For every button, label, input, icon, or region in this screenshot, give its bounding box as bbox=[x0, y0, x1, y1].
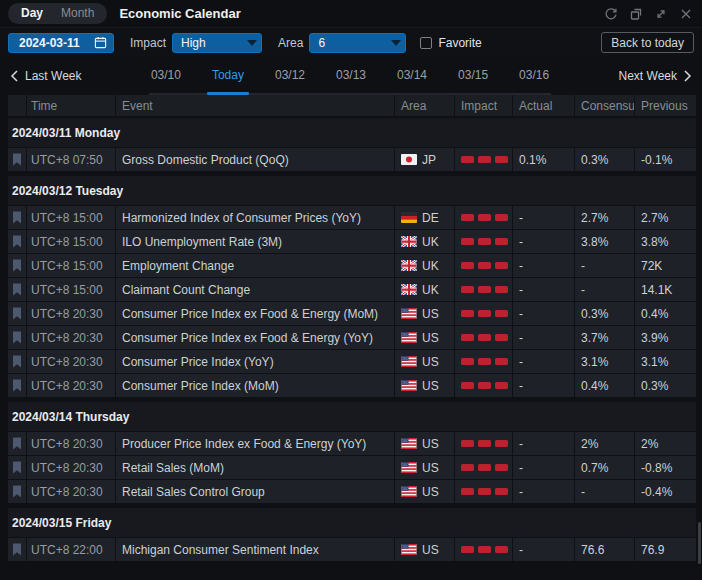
refresh-icon[interactable] bbox=[603, 6, 619, 22]
event-row[interactable]: UTC+8 20:30Retail Sales (MoM)US-0.7%-0.8… bbox=[8, 456, 696, 479]
week-tab-today[interactable]: Today bbox=[210, 57, 246, 93]
event-actual: - bbox=[513, 480, 574, 503]
week-tab-03-16[interactable]: 03/16 bbox=[517, 57, 551, 93]
impact-bar-icon bbox=[495, 440, 508, 447]
impact-bar-icon bbox=[461, 488, 474, 495]
week-tabs: 03/10Today03/1203/1303/1403/1503/16 bbox=[149, 57, 551, 95]
impact-bar-icon bbox=[478, 464, 491, 471]
event-area: JP bbox=[395, 148, 454, 171]
week-tab-03-10[interactable]: 03/10 bbox=[149, 57, 183, 93]
impact-bar-icon bbox=[461, 546, 474, 553]
col-actual: Actual bbox=[513, 95, 574, 116]
col-previous: Previous bbox=[635, 95, 696, 116]
bookmark-icon[interactable] bbox=[8, 326, 26, 349]
event-row[interactable]: UTC+8 07:50Gross Domestic Product (QoQ)J… bbox=[8, 148, 696, 171]
bookmark-icon[interactable] bbox=[8, 206, 26, 229]
event-row[interactable]: UTC+8 20:30Producer Price Index ex Food … bbox=[8, 432, 696, 455]
event-row[interactable]: UTC+8 22:00Michigan Consumer Sentiment I… bbox=[8, 538, 696, 561]
table-header: Time Event Area Impact Actual Consensus … bbox=[8, 95, 696, 116]
chevron-down-icon bbox=[387, 34, 405, 52]
impact-bar-icon bbox=[461, 382, 474, 389]
favorite-checkbox[interactable]: Favorite bbox=[420, 36, 481, 50]
impact-bar-icon bbox=[478, 546, 491, 553]
date-input[interactable]: 2024-03-11 bbox=[8, 33, 114, 53]
impact-bar-icon bbox=[495, 334, 508, 341]
bookmark-icon[interactable] bbox=[8, 456, 26, 479]
country-code: JP bbox=[422, 153, 436, 167]
week-tab-03-15[interactable]: 03/15 bbox=[456, 57, 490, 93]
bookmark-icon[interactable] bbox=[8, 480, 26, 503]
col-consensus: Consensus bbox=[575, 95, 634, 116]
event-area: US bbox=[395, 350, 454, 373]
bookmark-icon[interactable] bbox=[8, 374, 26, 397]
expand-icon[interactable] bbox=[653, 6, 669, 22]
filterbar: 2024-03-11 Impact High Area 6 Favorite B… bbox=[0, 28, 702, 57]
bookmark-icon[interactable] bbox=[8, 432, 26, 455]
checkbox-icon[interactable] bbox=[420, 37, 432, 49]
month-toggle[interactable]: Month bbox=[52, 3, 103, 24]
event-row[interactable]: UTC+8 20:30Consumer Price Index ex Food … bbox=[8, 302, 696, 325]
event-row[interactable]: UTC+8 15:00Claimant Count ChangeUK--14.1… bbox=[8, 278, 696, 301]
event-row[interactable]: UTC+8 15:00Employment ChangeUK--72K bbox=[8, 254, 696, 277]
bookmark-icon[interactable] bbox=[8, 230, 26, 253]
bookmark-icon[interactable] bbox=[8, 302, 26, 325]
back-to-today-button[interactable]: Back to today bbox=[601, 32, 694, 53]
impact-indicator bbox=[455, 374, 512, 397]
event-row[interactable]: UTC+8 20:30Retail Sales Control GroupUS-… bbox=[8, 480, 696, 503]
impact-bar-icon bbox=[478, 382, 491, 389]
event-row[interactable]: UTC+8 20:30Consumer Price Index (MoM)US-… bbox=[8, 374, 696, 397]
event-row[interactable]: UTC+8 15:00ILO Unemployment Rate (3M)UK-… bbox=[8, 230, 696, 253]
impact-bar-icon bbox=[495, 310, 508, 317]
popout-icon[interactable] bbox=[628, 6, 644, 22]
impact-bar-icon bbox=[478, 440, 491, 447]
bookmark-icon[interactable] bbox=[8, 278, 26, 301]
next-week-button[interactable]: Next Week bbox=[619, 57, 692, 95]
country-code: DE bbox=[422, 211, 439, 225]
bookmark-icon[interactable] bbox=[8, 254, 26, 277]
event-row[interactable]: UTC+8 20:30Consumer Price Index ex Food … bbox=[8, 326, 696, 349]
event-consensus: - bbox=[575, 278, 634, 301]
flag-uk-icon bbox=[401, 284, 417, 295]
event-time: UTC+8 07:50 bbox=[27, 148, 115, 171]
close-icon[interactable] bbox=[678, 6, 694, 22]
week-tab-03-14[interactable]: 03/14 bbox=[395, 57, 429, 93]
flag-us-icon bbox=[401, 332, 417, 343]
impact-indicator bbox=[455, 278, 512, 301]
event-area: UK bbox=[395, 278, 454, 301]
event-row[interactable]: UTC+8 20:30Consumer Price Index (YoY)US-… bbox=[8, 350, 696, 373]
day-toggle[interactable]: Day bbox=[12, 3, 52, 24]
event-area: US bbox=[395, 432, 454, 455]
area-select[interactable]: 6 bbox=[309, 33, 406, 53]
impact-bar-icon bbox=[461, 214, 474, 221]
country-code: US bbox=[422, 379, 439, 393]
event-actual: - bbox=[513, 254, 574, 277]
week-tab-03-13[interactable]: 03/13 bbox=[334, 57, 368, 93]
bookmark-icon[interactable] bbox=[8, 148, 26, 171]
event-previous: 0.4% bbox=[635, 302, 696, 325]
country-code: US bbox=[422, 485, 439, 499]
impact-indicator bbox=[455, 230, 512, 253]
last-week-button[interactable]: Last Week bbox=[10, 57, 81, 95]
event-time: UTC+8 15:00 bbox=[27, 206, 115, 229]
bookmark-icon[interactable] bbox=[8, 538, 26, 561]
calendar-icon bbox=[94, 36, 107, 49]
col-impact: Impact bbox=[455, 95, 512, 116]
impact-indicator bbox=[455, 326, 512, 349]
impact-select[interactable]: High bbox=[172, 33, 262, 53]
flag-us-icon bbox=[401, 308, 417, 319]
chevron-right-icon bbox=[683, 70, 692, 82]
event-area: US bbox=[395, 326, 454, 349]
event-name: Consumer Price Index (YoY) bbox=[116, 350, 394, 373]
week-tab-03-12[interactable]: 03/12 bbox=[273, 57, 307, 93]
scrollbar-thumb[interactable] bbox=[698, 522, 701, 564]
bookmark-icon[interactable] bbox=[8, 350, 26, 373]
flag-de-icon bbox=[401, 212, 417, 223]
chevron-down-icon bbox=[243, 34, 261, 52]
event-name: Consumer Price Index ex Food & Energy (Y… bbox=[116, 326, 394, 349]
event-name: Employment Change bbox=[116, 254, 394, 277]
area-label: Area bbox=[278, 36, 303, 50]
day-month-toggle[interactable]: Day Month bbox=[8, 3, 107, 24]
event-row[interactable]: UTC+8 15:00Harmonized Index of Consumer … bbox=[8, 206, 696, 229]
event-area: DE bbox=[395, 206, 454, 229]
event-consensus: 2% bbox=[575, 432, 634, 455]
